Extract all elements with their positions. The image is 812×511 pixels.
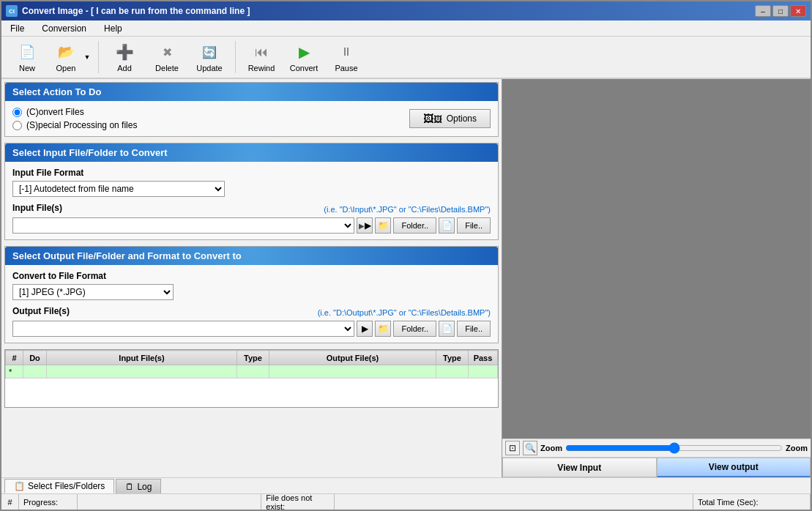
- folder-icon: 📁: [378, 220, 389, 231]
- menu-file[interactable]: File: [4, 22, 30, 35]
- zoom-slider[interactable]: [565, 444, 783, 452]
- input-file-button[interactable]: File..: [457, 217, 491, 234]
- output-format-select[interactable]: [1] JPEG (*.JPG) [2] PNG (*.PNG) [3] BMP…: [12, 284, 174, 300]
- cell-pass: [469, 365, 498, 378]
- input-format-select[interactable]: [-1] Autodetect from file name [0] BMP (…: [12, 181, 225, 197]
- radio-special-processing[interactable]: (S)pecial Processing on files: [12, 120, 137, 130]
- zoom-fit-button[interactable]: ⊡: [505, 441, 520, 455]
- pause-icon: [336, 42, 357, 62]
- col-type: Type: [237, 351, 269, 365]
- action-section: Select Action To Do (C)onvert Files (S)p…: [4, 82, 499, 137]
- radio-convert-files[interactable]: (C)onvert Files: [12, 107, 137, 117]
- options-button[interactable]: 🖼 Options: [409, 109, 491, 128]
- convert-icon: [294, 42, 314, 62]
- new-label: New: [19, 64, 35, 72]
- options-button-label: Options: [447, 113, 477, 124]
- maximize-button[interactable]: □: [772, 5, 789, 17]
- zoom-label-right: Zoom: [786, 444, 808, 452]
- col-do: Do: [23, 351, 47, 365]
- output-files-label: Output File(s): [12, 306, 70, 316]
- input-section-header: Select Input File/Folder to Convert: [5, 143, 498, 162]
- view-output-button[interactable]: View output: [657, 458, 811, 477]
- menu-help[interactable]: Help: [98, 22, 128, 35]
- cell-output: [269, 365, 436, 378]
- col-input: Input File(s): [47, 351, 237, 365]
- zoom-mag-button[interactable]: 🔍: [523, 441, 537, 455]
- open-button[interactable]: Open: [50, 40, 82, 75]
- title-bar-left: CI Convert Image - [ I can be run from t…: [6, 5, 250, 17]
- zoom-mag-icon: 🔍: [525, 443, 536, 453]
- tab-log[interactable]: 🗒 Log: [116, 479, 161, 493]
- cell-input: [47, 365, 237, 378]
- input-folder-icon-button[interactable]: 📁: [375, 217, 391, 234]
- status-file-label: File does not exist:: [261, 494, 335, 510]
- input-files-row: ▶ 📁 Folder.. 📄 File..: [12, 217, 491, 234]
- left-panel: Select Action To Do (C)onvert Files (S)p…: [1, 79, 502, 477]
- main-window: CI Convert Image - [ I can be run from t…: [0, 0, 812, 511]
- title-bar-controls: – □ ✕: [755, 5, 806, 17]
- status-bar: # Progress: File does not exist: Total T…: [1, 493, 811, 510]
- tab-files-icon: 📋: [14, 481, 25, 491]
- radio-special-processing-input[interactable]: [12, 121, 22, 130]
- zoom-fit-icon: ⊡: [509, 443, 516, 453]
- toolbar: New Open ▼ Add Delete Update Rewind: [1, 37, 811, 79]
- delete-button[interactable]: Delete: [147, 40, 187, 75]
- add-icon: [114, 42, 135, 62]
- output-section-body: Convert to File Format [1] JPEG (*.JPG) …: [5, 265, 498, 343]
- window-title: Convert Image - [ I can be run from the …: [22, 6, 250, 16]
- add-button[interactable]: Add: [105, 40, 144, 75]
- radio-special-processing-label: (S)pecial Processing on files: [26, 120, 137, 130]
- tab-files-label: Select Files/Folders: [28, 481, 105, 491]
- new-icon: [17, 42, 37, 62]
- file-table-header: # Do Input File(s) Type Output File(s) T…: [6, 351, 498, 365]
- play-small-icon: ▶: [359, 220, 371, 231]
- convert-button[interactable]: Convert: [284, 40, 324, 75]
- output-file-icon-button[interactable]: 📄: [439, 321, 455, 337]
- preview-area: [502, 79, 811, 439]
- radio-convert-files-input[interactable]: [12, 108, 22, 117]
- file-table: # Do Input File(s) Type Output File(s) T…: [5, 350, 498, 378]
- pause-button[interactable]: Pause: [327, 40, 366, 75]
- output-folder-icon-button[interactable]: 📁: [375, 321, 391, 337]
- output-play-button[interactable]: ▶: [357, 321, 373, 337]
- menu-conversion[interactable]: Conversion: [36, 22, 92, 35]
- open-group: Open ▼: [50, 40, 92, 75]
- minimize-button[interactable]: –: [755, 5, 771, 17]
- close-button[interactable]: ✕: [790, 5, 806, 17]
- output-file-button[interactable]: File..: [457, 321, 491, 337]
- col-output: Output File(s): [269, 351, 436, 365]
- input-files-select[interactable]: [12, 217, 354, 234]
- view-input-button[interactable]: View Input: [502, 458, 657, 477]
- output-format-label: Convert to File Format: [12, 271, 491, 281]
- tab-select-files[interactable]: 📋 Select Files/Folders: [4, 479, 114, 493]
- options-icon: 🖼: [423, 113, 442, 124]
- input-files-label: Input File(s): [12, 203, 62, 213]
- app-icon: CI: [6, 5, 18, 17]
- status-file-value: [335, 494, 693, 510]
- output-folder-icon: 📁: [378, 324, 389, 334]
- update-button[interactable]: Update: [190, 40, 229, 75]
- table-row[interactable]: *: [6, 365, 498, 378]
- input-file-icon-button[interactable]: 📄: [439, 217, 455, 234]
- input-files-hint: (i.e. "D:\Input\*.JPG" or "C:\Files\Deta…: [324, 205, 491, 214]
- file-table-body: *: [6, 365, 498, 378]
- action-section-header: Select Action To Do: [5, 83, 498, 101]
- update-label: Update: [196, 64, 222, 72]
- input-folder-button[interactable]: Folder..: [393, 217, 436, 234]
- file-table-header-row: # Do Input File(s) Type Output File(s) T…: [6, 351, 498, 365]
- open-arrow-button[interactable]: ▼: [82, 40, 92, 75]
- input-play-button[interactable]: ▶: [357, 217, 373, 234]
- output-section-header: Select Output File/Folder and Format to …: [5, 247, 498, 265]
- pause-label: Pause: [335, 64, 357, 72]
- open-icon: [56, 42, 76, 62]
- rewind-button[interactable]: Rewind: [242, 40, 281, 75]
- delete-label: Delete: [155, 64, 179, 72]
- add-label: Add: [117, 64, 132, 72]
- output-files-select[interactable]: [12, 321, 354, 337]
- new-button[interactable]: New: [7, 40, 47, 75]
- rewind-icon: [251, 42, 272, 62]
- delete-icon: [157, 42, 177, 62]
- status-progress-label: Progress:: [19, 494, 78, 510]
- output-folder-button[interactable]: Folder..: [393, 321, 436, 337]
- bottom-tabs: 📋 Select Files/Folders 🗒 Log: [1, 477, 811, 493]
